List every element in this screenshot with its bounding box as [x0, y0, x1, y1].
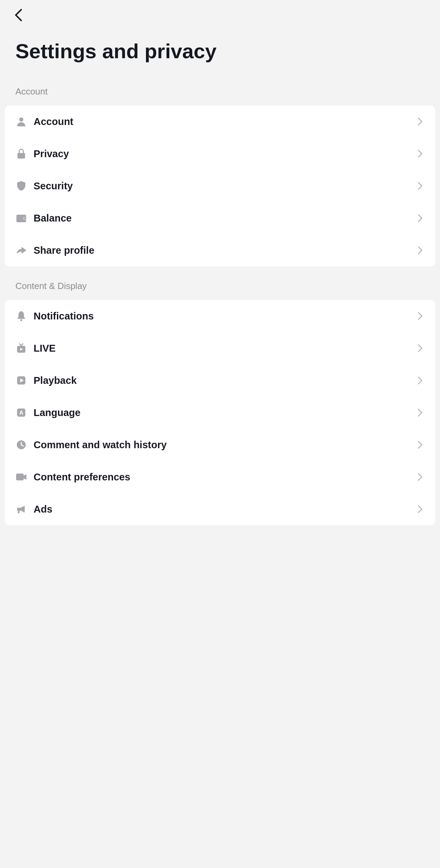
svg-rect-4 [24, 218, 26, 219]
back-icon [14, 8, 23, 23]
chevron-right-icon [415, 343, 425, 353]
chevron-right-icon [415, 117, 425, 126]
chevron-right-icon [415, 504, 425, 514]
back-button[interactable] [14, 9, 27, 22]
row-content-preferences[interactable]: Content preferences [5, 461, 435, 493]
row-label: Share profile [34, 245, 415, 256]
svg-rect-15 [18, 511, 20, 513]
row-label: Content preferences [34, 471, 415, 483]
row-label: Ads [34, 504, 415, 515]
section-header-account: Account [0, 80, 440, 105]
row-label: Security [34, 180, 415, 192]
clock-icon [15, 439, 27, 451]
row-label: Playback [34, 375, 415, 386]
share-icon [15, 244, 27, 256]
row-balance[interactable]: Balance [5, 202, 435, 234]
chevron-right-icon [415, 213, 425, 223]
row-label: Comment and watch history [34, 439, 415, 451]
megaphone-icon [15, 503, 27, 515]
chevron-right-icon [415, 246, 425, 255]
svg-point-0 [19, 117, 23, 122]
row-label: Account [34, 116, 415, 127]
chevron-right-icon [415, 440, 425, 450]
lock-icon [15, 148, 27, 160]
row-ads[interactable]: Ads [5, 493, 435, 525]
svg-marker-14 [24, 474, 26, 480]
chevron-right-icon [415, 408, 425, 417]
row-share-profile[interactable]: Share profile [5, 234, 435, 266]
row-language[interactable]: A Language [5, 397, 435, 429]
chevron-right-icon [415, 311, 425, 321]
chevron-right-icon [415, 472, 425, 482]
row-label: LIVE [34, 343, 415, 354]
row-playback[interactable]: Playback [5, 364, 435, 397]
page-title: Settings and privacy [0, 22, 440, 80]
row-label: Balance [34, 213, 415, 224]
svg-rect-1 [17, 153, 25, 159]
svg-point-5 [20, 319, 22, 321]
section-header-content-display: Content & Display [0, 266, 440, 300]
row-account[interactable]: Account [5, 105, 435, 138]
row-label: Notifications [34, 311, 415, 322]
row-label: Language [34, 407, 415, 418]
row-privacy[interactable]: Privacy [5, 138, 435, 170]
chevron-right-icon [415, 376, 425, 385]
chevron-right-icon [415, 149, 425, 159]
svg-text:A: A [19, 410, 23, 416]
row-notifications[interactable]: Notifications [5, 300, 435, 332]
camera-icon [15, 471, 27, 483]
section-card-content-display: Notifications LIVE Playback [5, 300, 435, 525]
row-live[interactable]: LIVE [5, 332, 435, 364]
user-icon [15, 115, 27, 128]
row-comment-watch-history[interactable]: Comment and watch history [5, 429, 435, 461]
svg-rect-13 [16, 474, 24, 480]
language-icon: A [15, 406, 27, 419]
play-icon [15, 374, 27, 387]
wallet-icon [15, 212, 27, 224]
live-icon [15, 342, 27, 354]
row-security[interactable]: Security [5, 170, 435, 202]
chevron-right-icon [415, 181, 425, 191]
section-card-account: Account Privacy Security [5, 105, 435, 266]
row-label: Privacy [34, 148, 415, 160]
bell-icon [15, 310, 27, 322]
shield-icon [15, 180, 27, 192]
